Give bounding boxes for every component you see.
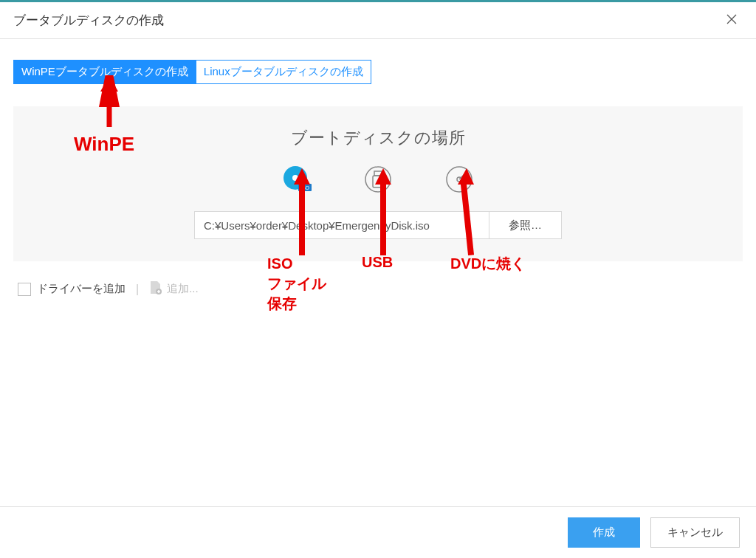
tab-winpe[interactable]: WinPEブータブルディスクの作成	[14, 61, 196, 83]
tab-linux[interactable]: Linuxブータブルディスクの作成	[196, 61, 371, 83]
path-input[interactable]	[194, 211, 489, 239]
window-title: ブータブルディスクの作成	[13, 12, 164, 29]
iso-option[interactable]: ISO	[282, 165, 312, 195]
titlebar: ブータブルディスクの作成	[0, 2, 756, 39]
svg-point-3	[292, 175, 298, 181]
path-row: 参照…	[28, 211, 728, 239]
add-driver-label: ドライバーを追加	[37, 282, 126, 296]
dvd-disc-icon	[444, 165, 474, 196]
usb-icon	[363, 165, 393, 196]
close-button[interactable]	[721, 10, 743, 31]
svg-text:ISO: ISO	[300, 185, 310, 190]
footer: 作成 キャンセル	[0, 506, 756, 558]
content-area: WinPEブータブルディスクの作成 Linuxブータブルディスクの作成 ブートデ…	[0, 39, 756, 297]
browse-button[interactable]: 参照…	[489, 211, 562, 239]
driver-row: ドライバーを追加 | 追加...	[13, 280, 743, 297]
cancel-button[interactable]: キャンセル	[650, 517, 740, 548]
svg-line-11	[459, 172, 467, 179]
divider: |	[136, 283, 139, 296]
boot-disk-panel: ブートディスクの場所 ISO	[13, 106, 743, 261]
panel-title: ブートディスクの場所	[28, 127, 728, 149]
usb-option[interactable]	[363, 165, 393, 195]
add-file-icon	[149, 280, 162, 297]
iso-disc-icon: ISO	[282, 165, 312, 196]
add-driver-checkbox[interactable]	[18, 283, 31, 296]
svg-point-6	[365, 167, 391, 192]
svg-rect-8	[373, 176, 383, 187]
add-driver-button-label: 追加...	[167, 282, 199, 296]
close-icon	[726, 13, 737, 27]
dvd-option[interactable]	[444, 165, 474, 195]
svg-rect-7	[374, 171, 382, 176]
add-driver-button[interactable]: 追加...	[149, 280, 199, 297]
tab-bar: WinPEブータブルディスクの作成 Linuxブータブルディスクの作成	[13, 60, 371, 84]
create-button[interactable]: 作成	[568, 517, 640, 548]
media-icon-row: ISO	[28, 165, 728, 195]
